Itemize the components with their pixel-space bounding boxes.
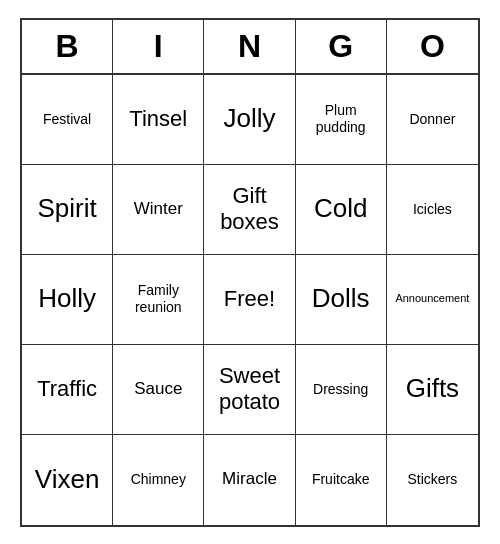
bingo-cell-18[interactable]: Dressing xyxy=(296,345,387,435)
bingo-cell-23[interactable]: Fruitcake xyxy=(296,435,387,525)
cell-text-17: Sweet potato xyxy=(208,363,290,416)
bingo-cell-3[interactable]: Plum pudding xyxy=(296,75,387,165)
cell-text-7: Gift boxes xyxy=(208,183,290,236)
cell-text-6: Winter xyxy=(134,199,183,219)
cell-text-20: Vixen xyxy=(35,464,100,495)
cell-text-9: Icicles xyxy=(413,201,452,218)
cell-text-5: Spirit xyxy=(37,193,96,224)
bingo-cell-8[interactable]: Cold xyxy=(296,165,387,255)
bingo-cell-20[interactable]: Vixen xyxy=(22,435,113,525)
header-letter-B: B xyxy=(22,20,113,73)
cell-text-15: Traffic xyxy=(37,376,97,402)
cell-text-18: Dressing xyxy=(313,381,368,398)
cell-text-2: Jolly xyxy=(223,103,275,134)
header-letter-N: N xyxy=(204,20,295,73)
bingo-cell-17[interactable]: Sweet potato xyxy=(204,345,295,435)
bingo-cell-7[interactable]: Gift boxes xyxy=(204,165,295,255)
bingo-cell-19[interactable]: Gifts xyxy=(387,345,478,435)
cell-text-14: Announcement xyxy=(395,292,469,305)
cell-text-1: Tinsel xyxy=(129,106,187,132)
cell-text-11: Family reunion xyxy=(117,282,199,316)
cell-text-8: Cold xyxy=(314,193,367,224)
bingo-cell-16[interactable]: Sauce xyxy=(113,345,204,435)
bingo-cell-2[interactable]: Jolly xyxy=(204,75,295,165)
bingo-cell-14[interactable]: Announcement xyxy=(387,255,478,345)
bingo-cell-9[interactable]: Icicles xyxy=(387,165,478,255)
bingo-cell-6[interactable]: Winter xyxy=(113,165,204,255)
bingo-header: BINGO xyxy=(22,20,478,75)
bingo-card: BINGO FestivalTinselJollyPlum puddingDon… xyxy=(20,18,480,527)
cell-text-12: Free! xyxy=(224,286,275,312)
bingo-cell-24[interactable]: Stickers xyxy=(387,435,478,525)
cell-text-22: Miracle xyxy=(222,469,277,489)
header-letter-G: G xyxy=(296,20,387,73)
cell-text-19: Gifts xyxy=(406,373,459,404)
bingo-cell-10[interactable]: Holly xyxy=(22,255,113,345)
cell-text-24: Stickers xyxy=(407,471,457,488)
bingo-cell-21[interactable]: Chimney xyxy=(113,435,204,525)
cell-text-21: Chimney xyxy=(131,471,186,488)
bingo-cell-13[interactable]: Dolls xyxy=(296,255,387,345)
header-letter-O: O xyxy=(387,20,478,73)
bingo-cell-1[interactable]: Tinsel xyxy=(113,75,204,165)
cell-text-10: Holly xyxy=(38,283,96,314)
bingo-cell-11[interactable]: Family reunion xyxy=(113,255,204,345)
bingo-grid: FestivalTinselJollyPlum puddingDonnerSpi… xyxy=(22,75,478,525)
bingo-cell-22[interactable]: Miracle xyxy=(204,435,295,525)
cell-text-13: Dolls xyxy=(312,283,370,314)
cell-text-16: Sauce xyxy=(134,379,182,399)
cell-text-4: Donner xyxy=(409,111,455,128)
cell-text-23: Fruitcake xyxy=(312,471,370,488)
bingo-cell-0[interactable]: Festival xyxy=(22,75,113,165)
header-letter-I: I xyxy=(113,20,204,73)
bingo-cell-5[interactable]: Spirit xyxy=(22,165,113,255)
bingo-cell-12[interactable]: Free! xyxy=(204,255,295,345)
bingo-cell-4[interactable]: Donner xyxy=(387,75,478,165)
bingo-cell-15[interactable]: Traffic xyxy=(22,345,113,435)
cell-text-0: Festival xyxy=(43,111,91,128)
cell-text-3: Plum pudding xyxy=(300,102,382,136)
